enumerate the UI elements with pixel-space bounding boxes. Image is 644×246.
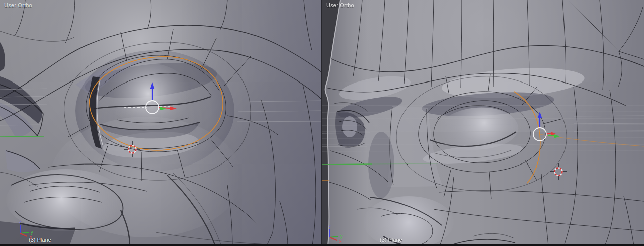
face-shading	[0, 0, 322, 246]
axis-x-label: x	[339, 239, 342, 244]
axis-z-label: z	[19, 219, 22, 224]
viewport-left[interactable]: z y x User Ortho (3) Plane	[0, 0, 322, 246]
scene-left: z y x	[0, 0, 322, 246]
viewport-divider[interactable]	[321, 0, 322, 246]
active-object-label: (3) Plane	[380, 237, 403, 243]
viewport-right[interactable]: z y x User Ortho (3) Plane	[322, 0, 644, 246]
head-mesh	[322, 0, 644, 246]
axis-y-label: y	[340, 234, 343, 239]
scene-right: z y x	[322, 0, 644, 246]
axis-z-label: z	[329, 223, 331, 228]
view-mode-label: User Ortho	[326, 2, 354, 8]
window-edge	[0, 244, 644, 246]
axis-y-label: y	[31, 230, 33, 235]
active-object-label: (3) Plane	[29, 237, 51, 243]
blender-dual-viewport: z y x User Ortho (3) Plane	[0, 0, 644, 246]
view-mode-label: User Ortho	[4, 2, 32, 8]
